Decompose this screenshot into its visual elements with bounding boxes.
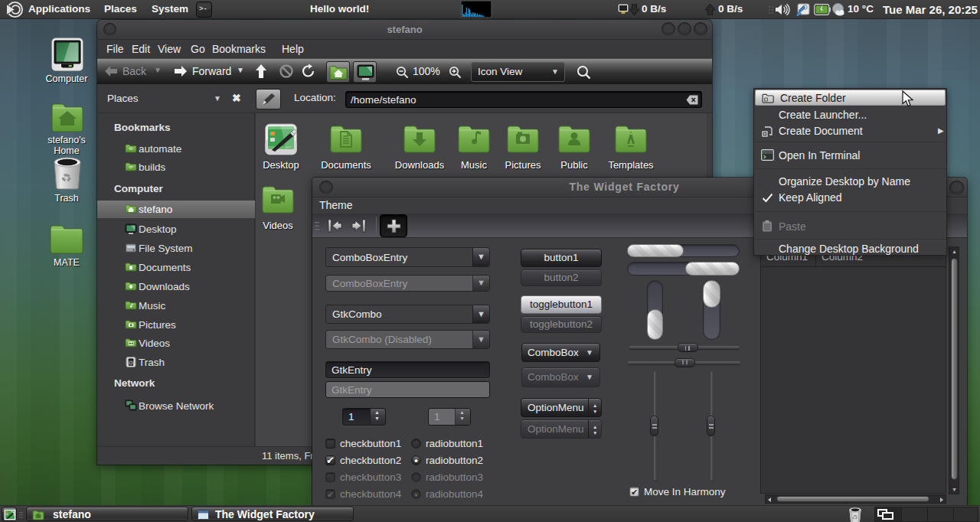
svg-text:>-: >- bbox=[199, 5, 207, 13]
